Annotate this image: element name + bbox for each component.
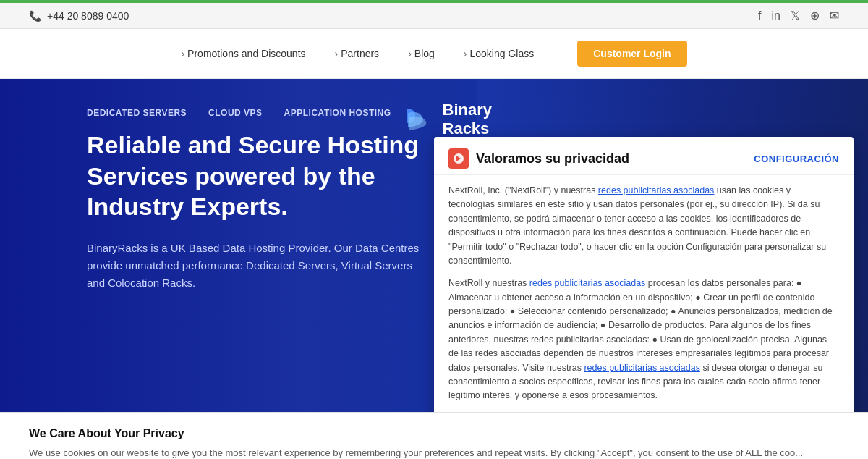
linkedin-icon[interactable]: in bbox=[772, 9, 780, 22]
email-icon[interactable]: ✉ bbox=[830, 9, 839, 22]
modal-para2: NextRoll y nuestras redes publicitarias … bbox=[448, 277, 839, 403]
modal-para1: NextRoll, Inc. ("NextRoll") y nuestras r… bbox=[448, 184, 839, 268]
privacy-modal: Valoramos su privacidad CONFIGURACIÓN Ne… bbox=[434, 137, 854, 412]
bottom-privacy-text: We use cookies on our website to give yo… bbox=[29, 446, 839, 459]
top-bar: 📞 +44 20 8089 0400 f in 𝕏 ⊕ ✉ bbox=[0, 3, 868, 29]
modal-title: Valoramos su privacidad bbox=[476, 151, 629, 167]
hero-section: Binary Racks DEDICATED SERVERS CLOUD VPS… bbox=[0, 79, 868, 412]
modal-title-row: Valoramos su privacidad bbox=[448, 148, 629, 169]
phone-icon: 📞 bbox=[29, 10, 41, 22]
logo-container: Binary Racks bbox=[401, 101, 492, 139]
customer-login-button[interactable]: Customer Login bbox=[577, 41, 686, 67]
facebook-icon[interactable]: f bbox=[758, 9, 761, 22]
logo-text: Binary Racks bbox=[443, 101, 492, 139]
whatsapp-icon[interactable]: ⊕ bbox=[810, 9, 820, 22]
hero-description: BinaryRacks is a UK Based Data Hosting P… bbox=[87, 240, 420, 292]
bottom-privacy-bar: We Care About Your Privacy We use cookie… bbox=[0, 412, 868, 459]
phone-section: 📞 +44 20 8089 0400 bbox=[29, 10, 129, 22]
bottom-privacy-title: We Care About Your Privacy bbox=[29, 427, 839, 440]
hero-label-dedicated: DEDICATED SERVERS bbox=[87, 108, 187, 118]
nav-looking-glass[interactable]: Looking Glass bbox=[464, 48, 534, 59]
nav-partners[interactable]: Partners bbox=[335, 48, 380, 59]
twitter-icon[interactable]: 𝕏 bbox=[791, 9, 800, 22]
social-icons-container: f in 𝕏 ⊕ ✉ bbox=[758, 9, 839, 22]
hero-label-app: APPLICATION HOSTING bbox=[284, 108, 391, 118]
logo-icon bbox=[401, 101, 437, 138]
nextroll-icon bbox=[448, 148, 469, 169]
modal-body: NextRoll, Inc. ("NextRoll") y nuestras r… bbox=[434, 175, 854, 412]
modal-link-1[interactable]: redes publicitarias asociadas bbox=[598, 185, 715, 195]
nav-promotions[interactable]: Promotions and Discounts bbox=[181, 48, 305, 59]
nav-bar: Promotions and Discounts Partners Blog L… bbox=[0, 29, 868, 79]
nav-blog[interactable]: Blog bbox=[408, 48, 435, 59]
phone-number: +44 20 8089 0400 bbox=[47, 10, 129, 22]
hero-nav-labels: DEDICATED SERVERS CLOUD VPS APPLICATION … bbox=[87, 108, 420, 118]
configuracion-link[interactable]: CONFIGURACIÓN bbox=[754, 153, 839, 164]
modal-header: Valoramos su privacidad CONFIGURACIÓN bbox=[434, 137, 854, 175]
hero-label-cloud: CLOUD VPS bbox=[208, 108, 263, 118]
modal-link-2[interactable]: redes publicitarias asociadas bbox=[529, 278, 646, 288]
hero-title: Reliable and Secure Hosting Services pow… bbox=[87, 130, 420, 222]
hero-content: DEDICATED SERVERS CLOUD VPS APPLICATION … bbox=[0, 79, 420, 321]
modal-link-3[interactable]: redes publicitarias asociadas bbox=[584, 363, 700, 373]
